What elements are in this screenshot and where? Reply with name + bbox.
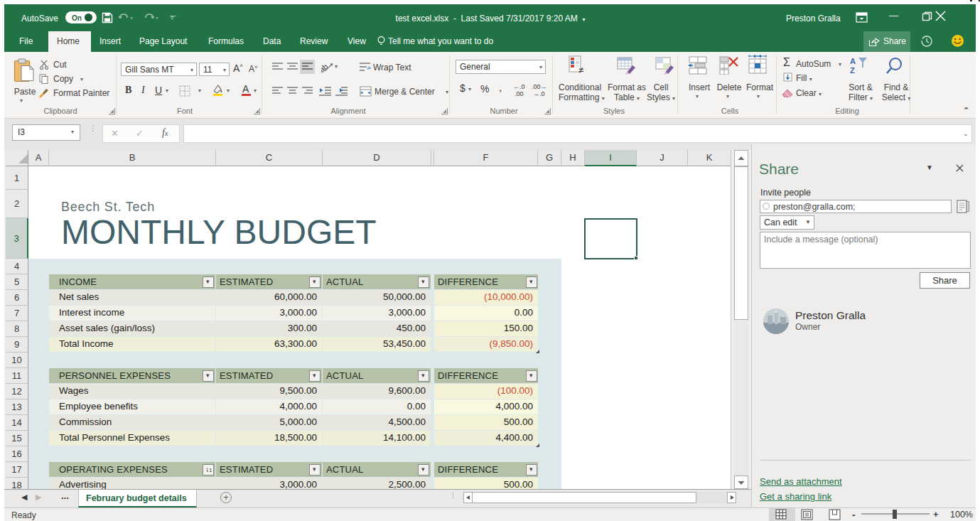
- svg-text:A: A: [850, 57, 856, 65]
- svg-text:Z: Z: [850, 66, 855, 75]
- svg-text:≠: ≠: [578, 65, 583, 75]
